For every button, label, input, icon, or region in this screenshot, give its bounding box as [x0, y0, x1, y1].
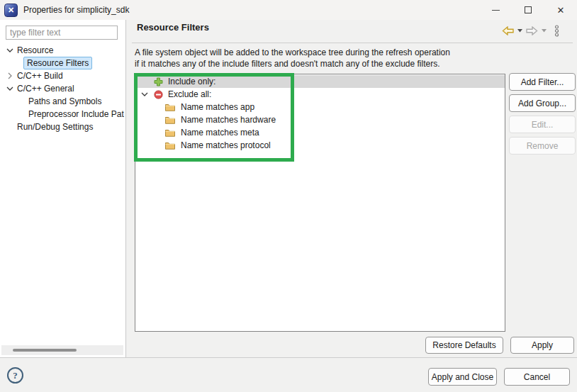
filter-row-label: Name matches meta [181, 128, 259, 138]
folder-icon [165, 129, 175, 137]
filter-row-label: Name matches protocol [181, 140, 271, 150]
filter-row-label: Exclude all: [168, 89, 211, 99]
filter-row-child[interactable]: Name matches app [135, 101, 505, 113]
close-button[interactable]: ✕ [544, 0, 577, 20]
kebab-menu-icon[interactable] [554, 25, 559, 37]
chevron-down-icon[interactable] [6, 48, 14, 52]
filter-row-child[interactable]: Name matches protocol [135, 139, 505, 152]
apply-button[interactable]: Apply [510, 337, 574, 354]
back-arrow-icon[interactable] [502, 26, 514, 35]
add-group-button[interactable]: Add Group... [509, 94, 576, 112]
horizontal-scrollbar[interactable] [1, 345, 123, 355]
sidebar-item-run-debug-settings[interactable]: Run/Debug Settings [0, 121, 126, 133]
sidebar-item-label: Resource Filters [23, 57, 92, 69]
description-line: A file system object will be added to th… [135, 47, 450, 58]
folder-icon [165, 103, 175, 111]
sidebar-item-cpp-build[interactable]: C/C++ Build [0, 69, 126, 82]
apply-and-close-button[interactable]: Apply and Close [428, 368, 497, 386]
page-description: A file system object will be added to th… [135, 47, 450, 69]
remove-button: Remove [509, 137, 576, 155]
filter-row-label: Include only: [168, 77, 215, 86]
sidebar-item-paths-and-symbols[interactable]: Paths and Symbols [0, 95, 126, 108]
window-controls: ✕ [479, 0, 577, 20]
add-filter-button[interactable]: Add Filter... [509, 73, 576, 91]
minimize-icon [492, 10, 500, 11]
red-no-entry-icon [154, 90, 163, 99]
footer-divider [0, 357, 577, 358]
back-dropdown-icon[interactable] [517, 29, 522, 33]
cancel-button[interactable]: Cancel [504, 368, 570, 386]
sidebar-item-cpp-general[interactable]: C/C++ General [0, 82, 126, 95]
properties-sidebar: Resource Resource Filters C/C++ Build C/… [0, 20, 126, 358]
filter-row-label: Name matches app [181, 102, 254, 112]
chevron-down-icon[interactable] [141, 92, 148, 96]
filter-row-child[interactable]: Name matches hardware [135, 113, 505, 126]
window-title: Properties for simplicity_sdk [23, 5, 129, 15]
folder-icon [165, 116, 175, 124]
maximize-icon [525, 6, 532, 13]
description-line: if it matches any of the include filters… [135, 58, 450, 69]
filter-text-input[interactable] [6, 26, 118, 40]
page-title: Resource Filters [137, 22, 209, 33]
sidebar-item-label: Resource [17, 45, 53, 55]
sidebar-item-label: Preprocessor Include Pat [28, 109, 124, 119]
forward-arrow-icon [526, 26, 538, 35]
filter-row-include-only[interactable]: Include only: [135, 75, 505, 88]
chevron-right-icon[interactable] [6, 72, 14, 79]
sidebar-item-label: Paths and Symbols [28, 96, 101, 106]
filter-row-child[interactable]: Name matches meta [135, 126, 505, 139]
sidebar-item-resource-filters[interactable]: Resource Filters [0, 57, 126, 69]
sidebar-item-label: Run/Debug Settings [17, 122, 93, 132]
app-icon: ✕ [4, 4, 18, 17]
history-nav [502, 25, 559, 37]
title-bar: ✕ Properties for simplicity_sdk ✕ [0, 0, 577, 20]
minimize-button[interactable] [479, 0, 512, 20]
filter-tree-list: Include only: Exclude all: Name matches … [135, 74, 505, 332]
chevron-down-icon[interactable] [6, 86, 14, 91]
scrollbar-thumb[interactable] [13, 349, 77, 352]
filter-row-label: Name matches hardware [181, 115, 276, 125]
edit-button: Edit... [509, 116, 576, 133]
restore-defaults-button[interactable]: Restore Defaults [425, 337, 503, 354]
sidebar-item-preprocessor-include[interactable]: Preprocessor Include Pat [0, 108, 126, 121]
filter-row-exclude-all[interactable]: Exclude all: [135, 88, 505, 101]
maximize-button[interactable] [512, 0, 544, 20]
sidebar-item-label: C/C++ General [17, 84, 74, 94]
close-icon: ✕ [557, 5, 565, 16]
green-plus-icon [154, 77, 163, 86]
help-button[interactable]: ? [7, 367, 23, 383]
sidebar-item-label: C/C++ Build [17, 71, 63, 81]
folder-icon [165, 142, 175, 150]
forward-dropdown-icon [542, 29, 547, 33]
sidebar-item-resource[interactable]: Resource [0, 44, 126, 57]
question-mark-icon: ? [13, 370, 18, 381]
header-divider [132, 43, 573, 43]
